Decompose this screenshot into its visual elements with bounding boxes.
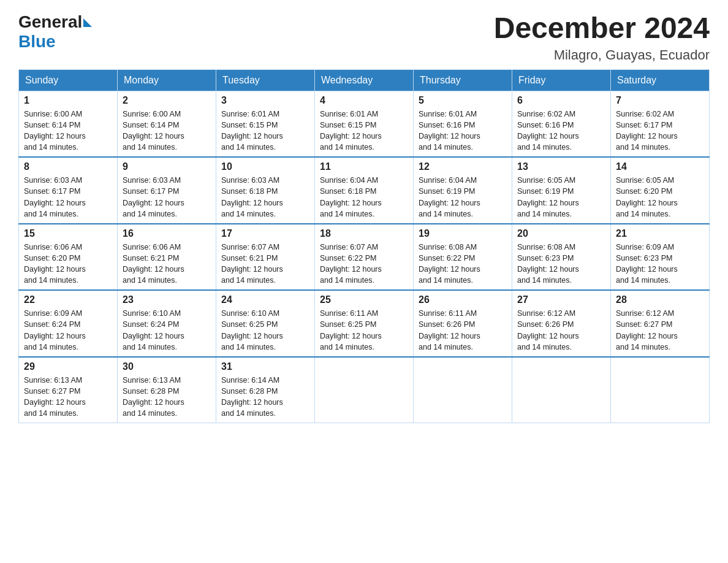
table-row: 19Sunrise: 6:08 AMSunset: 6:22 PMDayligh… — [414, 224, 512, 291]
table-row: 22Sunrise: 6:09 AMSunset: 6:24 PMDayligh… — [19, 290, 118, 357]
day-info: Sunrise: 6:11 AMSunset: 6:25 PMDaylight:… — [320, 308, 408, 353]
day-info: Sunrise: 6:12 AMSunset: 6:26 PMDaylight:… — [517, 308, 605, 353]
logo-blue: Blue — [18, 32, 56, 51]
table-row: 2Sunrise: 6:00 AMSunset: 6:14 PMDaylight… — [118, 91, 216, 157]
day-info: Sunrise: 6:13 AMSunset: 6:27 PMDaylight:… — [24, 375, 112, 419]
month-title: December 2024 — [494, 12, 710, 45]
day-info: Sunrise: 6:00 AMSunset: 6:14 PMDaylight:… — [123, 109, 211, 153]
day-number: 26 — [419, 294, 507, 305]
table-row: 26Sunrise: 6:11 AMSunset: 6:26 PMDayligh… — [414, 290, 512, 357]
table-row: 17Sunrise: 6:07 AMSunset: 6:21 PMDayligh… — [216, 224, 315, 291]
day-number: 6 — [517, 95, 605, 106]
table-row: 8Sunrise: 6:03 AMSunset: 6:17 PMDaylight… — [19, 157, 118, 224]
day-number: 25 — [320, 294, 408, 305]
table-row: 14Sunrise: 6:05 AMSunset: 6:20 PMDayligh… — [611, 157, 710, 224]
day-info: Sunrise: 6:02 AMSunset: 6:16 PMDaylight:… — [517, 109, 605, 153]
logo: General Blue — [18, 12, 92, 52]
day-info: Sunrise: 6:03 AMSunset: 6:17 PMDaylight:… — [123, 175, 211, 220]
logo-triangle-icon — [83, 18, 92, 27]
day-number: 8 — [24, 161, 112, 172]
table-row: 6Sunrise: 6:02 AMSunset: 6:16 PMDaylight… — [512, 91, 611, 157]
title-block: December 2024 Milagro, Guayas, Ecuador — [494, 12, 710, 63]
day-number: 11 — [320, 161, 408, 172]
calendar-week-2: 8Sunrise: 6:03 AMSunset: 6:17 PMDaylight… — [19, 157, 710, 224]
day-number: 14 — [616, 161, 704, 172]
table-row: 27Sunrise: 6:12 AMSunset: 6:26 PMDayligh… — [512, 290, 611, 357]
col-header-wednesday: Wednesday — [315, 69, 414, 91]
table-row: 16Sunrise: 6:06 AMSunset: 6:21 PMDayligh… — [118, 224, 216, 291]
day-number: 20 — [517, 228, 605, 239]
table-row — [414, 357, 512, 423]
table-row: 30Sunrise: 6:13 AMSunset: 6:28 PMDayligh… — [118, 357, 216, 423]
day-info: Sunrise: 6:05 AMSunset: 6:20 PMDaylight:… — [616, 175, 704, 220]
col-header-saturday: Saturday — [611, 69, 710, 91]
day-info: Sunrise: 6:06 AMSunset: 6:20 PMDaylight:… — [24, 242, 112, 286]
day-info: Sunrise: 6:10 AMSunset: 6:25 PMDaylight:… — [221, 308, 309, 353]
logo-text: General Blue — [18, 12, 92, 52]
table-row: 20Sunrise: 6:08 AMSunset: 6:23 PMDayligh… — [512, 224, 611, 291]
day-number: 3 — [221, 95, 309, 106]
day-info: Sunrise: 6:10 AMSunset: 6:24 PMDaylight:… — [123, 308, 211, 353]
day-number: 29 — [24, 361, 112, 372]
day-number: 22 — [24, 294, 112, 305]
table-row: 15Sunrise: 6:06 AMSunset: 6:20 PMDayligh… — [19, 224, 118, 291]
table-row: 4Sunrise: 6:01 AMSunset: 6:15 PMDaylight… — [315, 91, 414, 157]
day-number: 10 — [221, 161, 309, 172]
col-header-friday: Friday — [512, 69, 611, 91]
day-info: Sunrise: 6:07 AMSunset: 6:22 PMDaylight:… — [320, 242, 408, 286]
table-row: 31Sunrise: 6:14 AMSunset: 6:28 PMDayligh… — [216, 357, 315, 423]
table-row: 23Sunrise: 6:10 AMSunset: 6:24 PMDayligh… — [118, 290, 216, 357]
col-header-thursday: Thursday — [414, 69, 512, 91]
day-info: Sunrise: 6:09 AMSunset: 6:23 PMDaylight:… — [616, 242, 704, 286]
table-row: 10Sunrise: 6:03 AMSunset: 6:18 PMDayligh… — [216, 157, 315, 224]
table-row: 9Sunrise: 6:03 AMSunset: 6:17 PMDaylight… — [118, 157, 216, 224]
day-number: 19 — [419, 228, 507, 239]
day-number: 31 — [221, 361, 309, 372]
location-title: Milagro, Guayas, Ecuador — [494, 47, 710, 63]
day-info: Sunrise: 6:08 AMSunset: 6:23 PMDaylight:… — [517, 242, 605, 286]
day-number: 24 — [221, 294, 309, 305]
table-row: 7Sunrise: 6:02 AMSunset: 6:17 PMDaylight… — [611, 91, 710, 157]
day-info: Sunrise: 6:03 AMSunset: 6:17 PMDaylight:… — [24, 175, 112, 220]
table-row — [512, 357, 611, 423]
table-row: 25Sunrise: 6:11 AMSunset: 6:25 PMDayligh… — [315, 290, 414, 357]
calendar-week-5: 29Sunrise: 6:13 AMSunset: 6:27 PMDayligh… — [19, 357, 710, 423]
day-info: Sunrise: 6:02 AMSunset: 6:17 PMDaylight:… — [616, 109, 704, 153]
day-info: Sunrise: 6:04 AMSunset: 6:18 PMDaylight:… — [320, 175, 408, 220]
table-row: 24Sunrise: 6:10 AMSunset: 6:25 PMDayligh… — [216, 290, 315, 357]
table-row — [611, 357, 710, 423]
day-info: Sunrise: 6:01 AMSunset: 6:15 PMDaylight:… — [221, 109, 309, 153]
table-row — [315, 357, 414, 423]
day-number: 27 — [517, 294, 605, 305]
day-info: Sunrise: 6:03 AMSunset: 6:18 PMDaylight:… — [221, 175, 309, 220]
day-number: 7 — [616, 95, 704, 106]
day-info: Sunrise: 6:11 AMSunset: 6:26 PMDaylight:… — [419, 308, 507, 353]
day-info: Sunrise: 6:12 AMSunset: 6:27 PMDaylight:… — [616, 308, 704, 353]
day-number: 5 — [419, 95, 507, 106]
table-row: 18Sunrise: 6:07 AMSunset: 6:22 PMDayligh… — [315, 224, 414, 291]
day-number: 16 — [123, 228, 211, 239]
table-row: 21Sunrise: 6:09 AMSunset: 6:23 PMDayligh… — [611, 224, 710, 291]
day-number: 21 — [616, 228, 704, 239]
day-number: 1 — [24, 95, 112, 106]
day-info: Sunrise: 6:05 AMSunset: 6:19 PMDaylight:… — [517, 175, 605, 220]
day-info: Sunrise: 6:08 AMSunset: 6:22 PMDaylight:… — [419, 242, 507, 286]
day-number: 28 — [616, 294, 704, 305]
table-row: 5Sunrise: 6:01 AMSunset: 6:16 PMDaylight… — [414, 91, 512, 157]
day-number: 2 — [123, 95, 211, 106]
day-info: Sunrise: 6:01 AMSunset: 6:15 PMDaylight:… — [320, 109, 408, 153]
calendar-week-1: 1Sunrise: 6:00 AMSunset: 6:14 PMDaylight… — [19, 91, 710, 157]
table-row: 29Sunrise: 6:13 AMSunset: 6:27 PMDayligh… — [19, 357, 118, 423]
col-header-sunday: Sunday — [19, 69, 118, 91]
day-info: Sunrise: 6:14 AMSunset: 6:28 PMDaylight:… — [221, 375, 309, 419]
table-row: 12Sunrise: 6:04 AMSunset: 6:19 PMDayligh… — [414, 157, 512, 224]
day-number: 30 — [123, 361, 211, 372]
day-info: Sunrise: 6:04 AMSunset: 6:19 PMDaylight:… — [419, 175, 507, 220]
col-header-tuesday: Tuesday — [216, 69, 315, 91]
col-header-monday: Monday — [118, 69, 216, 91]
table-row: 13Sunrise: 6:05 AMSunset: 6:19 PMDayligh… — [512, 157, 611, 224]
table-row: 28Sunrise: 6:12 AMSunset: 6:27 PMDayligh… — [611, 290, 710, 357]
day-info: Sunrise: 6:13 AMSunset: 6:28 PMDaylight:… — [123, 375, 211, 419]
calendar-table: SundayMondayTuesdayWednesdayThursdayFrid… — [18, 69, 710, 424]
day-number: 18 — [320, 228, 408, 239]
